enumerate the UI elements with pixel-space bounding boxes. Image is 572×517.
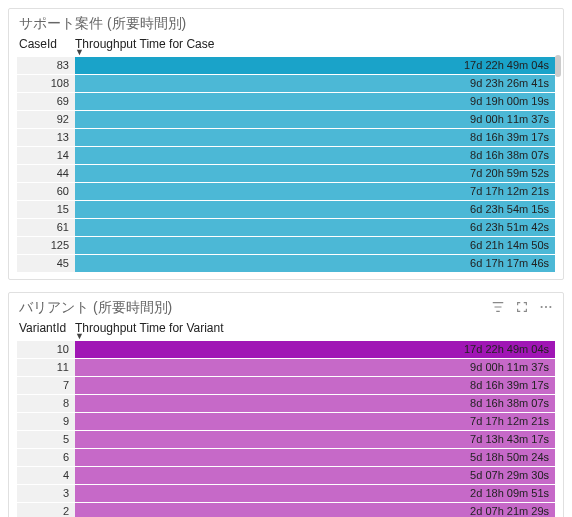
bar-value-label: 8d 16h 39m 17s bbox=[470, 129, 549, 146]
bar-value-label: 6d 21h 14m 50s bbox=[470, 237, 549, 254]
row-id: 11 bbox=[17, 359, 75, 376]
table-row[interactable]: 447d 20h 59m 52s bbox=[17, 165, 555, 182]
row-id: 44 bbox=[17, 165, 75, 182]
table-row[interactable]: 45d 07h 29m 30s bbox=[17, 467, 555, 484]
table-row[interactable]: 156d 23h 54m 15s bbox=[17, 201, 555, 218]
column-header-id[interactable]: VariantId bbox=[17, 321, 75, 339]
table-row[interactable]: 1089d 23h 26m 41s bbox=[17, 75, 555, 92]
table-row[interactable]: 1017d 22h 49m 04s bbox=[17, 341, 555, 358]
bar-value-label: 17d 22h 49m 04s bbox=[464, 57, 549, 74]
row-id: 2 bbox=[17, 503, 75, 517]
bar-value-label: 7d 17h 12m 21s bbox=[470, 183, 549, 200]
focus-mode-icon[interactable] bbox=[515, 300, 529, 317]
table-row[interactable]: 65d 18h 50m 24s bbox=[17, 449, 555, 466]
bar-value-label: 17d 22h 49m 04s bbox=[464, 341, 549, 358]
panel-1: バリアント (所要時間別)VariantIdThroughput Time fo… bbox=[8, 292, 564, 517]
bar-value-label: 6d 23h 51m 42s bbox=[470, 219, 549, 236]
bar-value-label: 8d 16h 38m 07s bbox=[470, 147, 549, 164]
row-id: 61 bbox=[17, 219, 75, 236]
row-id: 108 bbox=[17, 75, 75, 92]
bar-value-label: 7d 17h 12m 21s bbox=[470, 413, 549, 430]
row-bar-cell: 7d 17h 12m 21s bbox=[75, 413, 555, 430]
table-row[interactable]: 607d 17h 12m 21s bbox=[17, 183, 555, 200]
row-bar-cell: 8d 16h 38m 07s bbox=[75, 395, 555, 412]
panel-header: バリアント (所要時間別) bbox=[17, 297, 555, 319]
table-row[interactable]: 616d 23h 51m 42s bbox=[17, 219, 555, 236]
filter-icon[interactable] bbox=[491, 300, 505, 317]
row-id: 15 bbox=[17, 201, 75, 218]
row-id: 83 bbox=[17, 57, 75, 74]
svg-point-1 bbox=[545, 305, 547, 307]
row-id: 92 bbox=[17, 111, 75, 128]
bar-value-label: 7d 13h 43m 17s bbox=[470, 431, 549, 448]
svg-point-2 bbox=[549, 305, 551, 307]
bar-value-label: 7d 20h 59m 52s bbox=[470, 165, 549, 182]
panel-0: サポート案件 (所要時間別)CaseIdThroughput Time for … bbox=[8, 8, 564, 280]
table-row[interactable]: 148d 16h 38m 07s bbox=[17, 147, 555, 164]
row-bar-cell: 6d 23h 54m 15s bbox=[75, 201, 555, 218]
table-row[interactable]: 88d 16h 38m 07s bbox=[17, 395, 555, 412]
row-bar-cell: 7d 17h 12m 21s bbox=[75, 183, 555, 200]
table-row[interactable]: 1256d 21h 14m 50s bbox=[17, 237, 555, 254]
bar-value-label: 2d 07h 21m 29s bbox=[470, 503, 549, 517]
table-row[interactable]: 456d 17h 17m 46s bbox=[17, 255, 555, 272]
bar-value-label: 9d 00h 11m 37s bbox=[470, 111, 549, 128]
column-headers: VariantIdThroughput Time for Variant▼ bbox=[17, 319, 555, 341]
column-headers: CaseIdThroughput Time for Case▼ bbox=[17, 35, 555, 57]
row-id: 4 bbox=[17, 467, 75, 484]
row-bar-cell: 6d 23h 51m 42s bbox=[75, 219, 555, 236]
bar-value-label: 5d 18h 50m 24s bbox=[470, 449, 549, 466]
panel-header: サポート案件 (所要時間別) bbox=[17, 13, 555, 35]
column-header-metric-label: Throughput Time for Case bbox=[75, 37, 214, 51]
row-id: 5 bbox=[17, 431, 75, 448]
row-id: 8 bbox=[17, 395, 75, 412]
bar-value-label: 5d 07h 29m 30s bbox=[470, 467, 549, 484]
row-bar-cell: 2d 07h 21m 29s bbox=[75, 503, 555, 517]
table-row[interactable]: 97d 17h 12m 21s bbox=[17, 413, 555, 430]
bar-value-label: 8d 16h 38m 07s bbox=[470, 395, 549, 412]
row-bar-cell: 9d 23h 26m 41s bbox=[75, 75, 555, 92]
row-bar-cell: 9d 00h 11m 37s bbox=[75, 359, 555, 376]
table-row[interactable]: 78d 16h 39m 17s bbox=[17, 377, 555, 394]
row-bar-cell: 9d 19h 00m 19s bbox=[75, 93, 555, 110]
scrollbar-thumb[interactable] bbox=[555, 55, 561, 77]
bar-value-label: 9d 00h 11m 37s bbox=[470, 359, 549, 376]
row-id: 14 bbox=[17, 147, 75, 164]
table-row[interactable]: 929d 00h 11m 37s bbox=[17, 111, 555, 128]
row-id: 60 bbox=[17, 183, 75, 200]
table-row[interactable]: 119d 00h 11m 37s bbox=[17, 359, 555, 376]
row-id: 125 bbox=[17, 237, 75, 254]
row-id: 13 bbox=[17, 129, 75, 146]
column-header-metric[interactable]: Throughput Time for Case▼ bbox=[75, 37, 555, 55]
table-row[interactable]: 8317d 22h 49m 04s bbox=[17, 57, 555, 74]
svg-point-0 bbox=[541, 305, 543, 307]
table-row[interactable]: 57d 13h 43m 17s bbox=[17, 431, 555, 448]
row-id: 45 bbox=[17, 255, 75, 272]
panel-title: サポート案件 (所要時間別) bbox=[17, 13, 186, 35]
table-row[interactable]: 699d 19h 00m 19s bbox=[17, 93, 555, 110]
column-header-id[interactable]: CaseId bbox=[17, 37, 75, 55]
row-bar-cell: 8d 16h 39m 17s bbox=[75, 377, 555, 394]
row-id: 69 bbox=[17, 93, 75, 110]
row-id: 9 bbox=[17, 413, 75, 430]
row-bar-cell: 7d 20h 59m 52s bbox=[75, 165, 555, 182]
table-row[interactable]: 32d 18h 09m 51s bbox=[17, 485, 555, 502]
bar-value-label: 2d 18h 09m 51s bbox=[470, 485, 549, 502]
column-header-metric[interactable]: Throughput Time for Variant▼ bbox=[75, 321, 555, 339]
bar-value-label: 6d 17h 17m 46s bbox=[470, 255, 549, 272]
bar-value-label: 6d 23h 54m 15s bbox=[470, 201, 549, 218]
row-bar-cell: 2d 18h 09m 51s bbox=[75, 485, 555, 502]
row-bar-cell: 7d 13h 43m 17s bbox=[75, 431, 555, 448]
row-bar-cell: 6d 17h 17m 46s bbox=[75, 255, 555, 272]
row-id: 7 bbox=[17, 377, 75, 394]
table-row[interactable]: 138d 16h 39m 17s bbox=[17, 129, 555, 146]
more-options-icon[interactable] bbox=[539, 300, 553, 317]
row-id: 6 bbox=[17, 449, 75, 466]
table-row[interactable]: 22d 07h 21m 29s bbox=[17, 503, 555, 517]
row-bar-cell: 5d 18h 50m 24s bbox=[75, 449, 555, 466]
column-header-metric-label: Throughput Time for Variant bbox=[75, 321, 224, 335]
row-bar-cell: 5d 07h 29m 30s bbox=[75, 467, 555, 484]
row-bar-cell: 8d 16h 38m 07s bbox=[75, 147, 555, 164]
bar-value-label: 9d 19h 00m 19s bbox=[470, 93, 549, 110]
row-id: 10 bbox=[17, 341, 75, 358]
